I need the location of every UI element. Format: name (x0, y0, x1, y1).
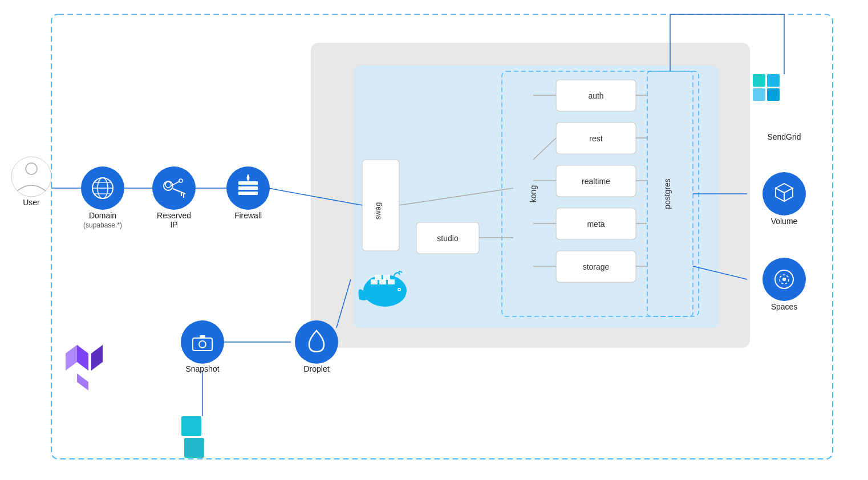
domain-sublabel: (supabase.*) (83, 221, 122, 229)
studio-label: studio (437, 234, 459, 243)
svg-point-44 (152, 166, 196, 210)
svg-rect-53 (238, 181, 258, 185)
svg-rect-73 (375, 275, 382, 280)
svg-marker-83 (91, 345, 103, 371)
svg-point-76 (399, 289, 400, 291)
svg-point-37 (26, 163, 37, 174)
svg-rect-59 (200, 335, 205, 338)
meta-label: meta (587, 219, 605, 229)
svg-marker-81 (77, 345, 88, 371)
domain-label: Domain (89, 211, 116, 220)
svg-point-56 (181, 320, 224, 364)
auth-label: auth (588, 91, 603, 100)
storage-label: storage (583, 262, 610, 271)
svg-rect-78 (767, 74, 780, 87)
svg-rect-74 (383, 275, 390, 280)
diagram-container: auth rest realtime meta storage swag stu… (0, 0, 868, 480)
svg-rect-55 (238, 192, 258, 195)
firewall-label: Firewall (234, 211, 262, 220)
sendgrid-label: SendGrid (767, 132, 801, 141)
volume-label: Volume (771, 217, 798, 226)
svg-rect-71 (379, 279, 386, 284)
snapshot-label: Snapshot (185, 364, 219, 373)
reserved-ip-label: Reserved (157, 211, 191, 220)
spaces-label: Spaces (771, 302, 798, 311)
svg-marker-84 (77, 373, 88, 390)
postgres-label: postgres (663, 178, 672, 209)
reserved-ip-label2: IP (170, 220, 177, 229)
svg-rect-77 (753, 74, 765, 87)
svg-rect-86 (184, 438, 204, 458)
svg-point-68 (782, 278, 786, 281)
svg-rect-85 (181, 416, 201, 436)
rest-label: rest (589, 134, 602, 143)
droplet-label: Droplet (303, 364, 329, 373)
svg-rect-72 (388, 279, 395, 284)
kong-label: kong (529, 185, 538, 202)
svg-rect-79 (753, 88, 765, 101)
architecture-diagram: auth rest realtime meta storage swag stu… (0, 0, 868, 480)
realtime-label: realtime (582, 177, 610, 186)
svg-point-60 (295, 320, 338, 364)
svg-rect-80 (767, 88, 780, 101)
swag-label: swag (374, 202, 382, 219)
svg-marker-82 (66, 345, 77, 371)
svg-rect-70 (371, 279, 378, 284)
svg-rect-54 (238, 186, 258, 190)
user-label: User (23, 198, 40, 207)
